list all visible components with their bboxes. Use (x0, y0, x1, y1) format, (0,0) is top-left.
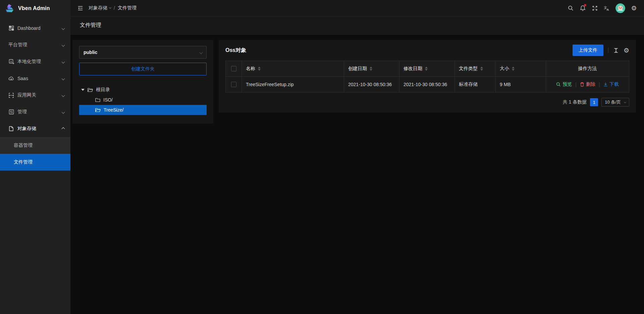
sidebar-item-admin[interactable]: 管理 (0, 104, 70, 120)
search-icon[interactable] (565, 0, 577, 16)
chevron-down-icon (200, 51, 203, 54)
column-settings-gear-icon[interactable]: ⚙ (624, 47, 629, 54)
tree-expand-caret-icon[interactable] (81, 89, 85, 91)
svg-text:A: A (10, 60, 12, 63)
sidebar-item-localization[interactable]: A 本地化管理 (0, 53, 70, 70)
fullscreen-icon[interactable] (589, 0, 601, 16)
column-header-size[interactable]: 大小 (496, 61, 546, 77)
tree-node-root[interactable]: 根目录 (79, 85, 207, 95)
sidebar-collapse-icon[interactable] (74, 2, 86, 14)
sort-icons (512, 67, 515, 71)
sidebar-item-gateway[interactable]: 应用网关 (0, 87, 70, 104)
sidebar-menu: Dashboard 平台管理 A 本地化管理 (0, 16, 70, 171)
user-avatar[interactable] (615, 3, 625, 13)
tree-node-label: 根目录 (96, 87, 110, 93)
sidebar-item-dashboard[interactable]: Dashboard (0, 20, 70, 37)
svg-text:A: A (606, 8, 609, 11)
sort-icons (370, 67, 372, 71)
breadcrumb-separator: / (114, 5, 115, 11)
preview-action[interactable]: 预览 (556, 81, 572, 87)
folder-tree: 根目录 ISO/ TreeSize/ (79, 85, 207, 115)
column-header-created[interactable]: 创建日期 (344, 61, 399, 77)
download-icon (603, 82, 608, 87)
sidebar-item-object-storage[interactable]: 对象存储 (0, 120, 70, 137)
sidebar-item-label: Dashboard (17, 25, 41, 31)
document-icon (8, 126, 14, 132)
page-size-select[interactable]: 10 条/页 (601, 98, 629, 107)
select-all-checkbox[interactable] (231, 66, 236, 71)
page-title: 文件管理 (80, 22, 101, 29)
sidebar-item-label: 平台管理 (8, 42, 27, 48)
bucket-panel: public 创建文件夹 根目录 (72, 40, 213, 124)
sidebar-item-label: 本地化管理 (17, 59, 41, 65)
chevron-down-icon (62, 110, 65, 114)
download-action[interactable]: 下载 (603, 81, 619, 87)
breadcrumb-item-object-storage[interactable]: 对象存储 (89, 5, 111, 11)
object-storage-submenu: 容器管理 文件管理 (0, 137, 70, 171)
chevron-up-icon (62, 127, 65, 130)
vben-logo-icon (5, 3, 15, 13)
cell-name: TreeSizeFreeSetup.zip (242, 77, 344, 92)
topbar-actions: 文 A ⚙ (565, 0, 640, 16)
sidebar-item-label: 文件管理 (14, 159, 33, 165)
tree-node-treesize[interactable]: TreeSize/ (79, 105, 207, 115)
column-header-modified[interactable]: 修改日期 (399, 61, 455, 77)
create-folder-button[interactable]: 创建文件夹 (79, 63, 207, 75)
bucket-select[interactable]: public (79, 46, 207, 59)
tree-node-iso[interactable]: ISO/ (79, 95, 207, 105)
sidebar-item-file-management[interactable]: 文件管理 (0, 154, 70, 171)
column-header-filetype[interactable]: 文件类型 (455, 61, 496, 77)
cell-created: 2021-10-30 08:50:36 (344, 77, 399, 92)
row-checkbox[interactable] (231, 82, 236, 87)
upload-file-button[interactable]: 上传文件 (573, 45, 603, 56)
chevron-down-icon (109, 6, 111, 9)
pagination: 共 1 条数据 1 10 条/页 (225, 98, 629, 107)
tree-node-label: TreeSize/ (104, 107, 123, 113)
chevron-down-icon (62, 77, 65, 80)
oss-panel-header: Oss对象 上传文件 ⚙ (225, 45, 629, 56)
column-header-name[interactable]: 名称 (242, 61, 344, 77)
sort-icons (425, 67, 428, 71)
cell-actions: 预览 | 删除 | (546, 77, 629, 92)
folder-open-icon (88, 88, 93, 92)
table-row: TreeSizeFreeSetup.zip 2021-10-30 08:50:3… (226, 77, 629, 92)
bell-icon[interactable] (577, 0, 589, 16)
breadcrumb-item-file-management[interactable]: 文件管理 (118, 5, 137, 11)
row-height-icon[interactable] (613, 48, 619, 53)
sliders-icon (8, 109, 14, 115)
sidebar-item-saas[interactable]: Saas (0, 70, 70, 87)
notification-badge (584, 4, 586, 6)
sidebar-item-label: 容器管理 (14, 142, 33, 148)
sort-icons (258, 67, 261, 71)
delete-action[interactable]: 删除 (580, 81, 595, 87)
chevron-down-icon (624, 101, 626, 103)
cell-modified: 2021-10-30 08:50:36 (399, 77, 455, 92)
chevron-down-icon (62, 93, 65, 97)
cloud-icon (8, 76, 14, 81)
sidebar-item-label: 应用网关 (17, 92, 36, 98)
row-select-cell (226, 77, 242, 92)
toolbar-divider (608, 48, 608, 53)
sidebar-item-platform[interactable]: 平台管理 (0, 37, 70, 53)
pagination-total: 共 1 条数据 (563, 99, 587, 105)
page-number-button[interactable]: 1 (590, 98, 598, 106)
grid-icon (8, 25, 14, 31)
oss-objects-table: 名称 创建日期 修改日期 文 (225, 61, 629, 92)
header-select-all-cell (226, 61, 242, 77)
settings-gear-icon[interactable]: ⚙ (628, 0, 640, 16)
oss-panel-title: Oss对象 (225, 47, 246, 54)
translate-box-icon: A (8, 59, 14, 65)
sidebar-item-label: 管理 (17, 109, 27, 115)
content-area: public 创建文件夹 根目录 (70, 35, 644, 314)
gateway-icon (8, 92, 14, 98)
breadcrumb: 对象存储 / 文件管理 (89, 5, 137, 11)
oss-objects-panel: Oss对象 上传文件 ⚙ (219, 40, 636, 113)
app-logo[interactable]: Vben Admin (0, 0, 70, 16)
folder-open-icon (95, 108, 101, 112)
bucket-select-value: public (84, 50, 97, 55)
chevron-down-icon (62, 43, 65, 47)
page-title-bar: 文件管理 (70, 16, 644, 35)
translate-icon[interactable]: 文 A (601, 0, 613, 16)
sidebar-item-container-management[interactable]: 容器管理 (0, 137, 70, 154)
sidebar-item-label: Saas (17, 76, 28, 81)
